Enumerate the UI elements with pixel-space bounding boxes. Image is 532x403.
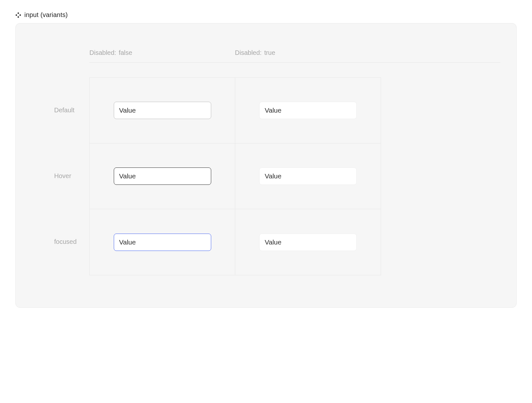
column-value: false [119,49,132,56]
column-property: Disabled: [89,49,116,56]
panel-header: input (variants) [15,11,517,19]
cell-focused-disabled[interactable]: Value [235,209,381,275]
variants-panel: input (variants) Disabled: false Disable… [0,0,532,323]
cell-default-enabled[interactable]: Value [90,78,235,143]
svg-rect-3 [17,16,19,18]
cell-hover-enabled[interactable]: Value [90,143,235,209]
input-value: Value [119,238,136,246]
column-header-disabled-true: Disabled: true [235,49,380,56]
input-value: Value [119,172,136,180]
variants-icon [15,12,21,18]
input-value: Value [265,107,281,114]
column-property: Disabled: [235,49,262,56]
cell-hover-disabled[interactable]: Value [235,143,381,209]
row-labels: Default Hover focused [32,77,89,275]
input-default-disabled: Value [259,102,357,119]
input-hover[interactable]: Value [114,167,211,185]
column-headers: Disabled: false Disabled: true [89,49,500,63]
input-value: Value [265,238,281,246]
svg-rect-2 [19,14,21,16]
row-label-default: Default [32,77,89,143]
row-label-focused: focused [32,209,89,275]
input-focused[interactable]: Value [114,234,211,251]
column-value: true [264,49,275,56]
variants-frame: Disabled: false Disabled: true Default H… [15,23,517,308]
input-hover-disabled: Value [259,167,357,185]
variants-grid: Default Hover focused Value Value [32,77,500,275]
svg-rect-0 [17,12,19,14]
input-default[interactable]: Value [114,102,211,119]
input-value: Value [265,172,281,180]
svg-rect-1 [15,14,17,16]
column-header-disabled-false: Disabled: false [89,49,235,56]
row-label-hover: Hover [32,143,89,209]
cell-default-disabled[interactable]: Value [235,78,381,143]
variant-cells: Value Value Value Value [89,77,381,275]
panel-title: input (variants) [24,11,68,19]
input-value: Value [119,107,136,114]
input-focused-disabled: Value [259,234,357,251]
cell-focused-enabled[interactable]: Value [90,209,235,275]
